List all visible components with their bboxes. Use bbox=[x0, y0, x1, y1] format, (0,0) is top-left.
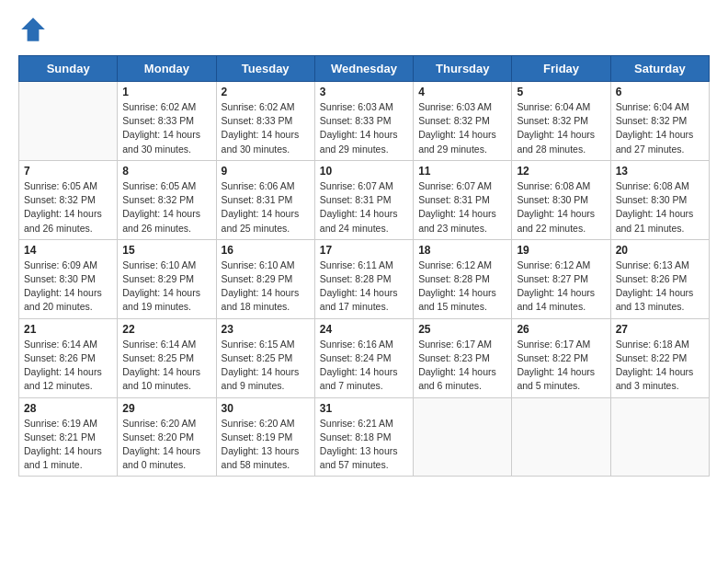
logo-icon bbox=[18, 15, 48, 44]
calendar-cell: 5Sunrise: 6:04 AM Sunset: 8:32 PM Daylig… bbox=[512, 82, 610, 161]
day-info: Sunrise: 6:09 AM Sunset: 8:30 PM Dayligh… bbox=[24, 259, 112, 315]
day-number: 11 bbox=[418, 165, 506, 178]
day-info: Sunrise: 6:18 AM Sunset: 8:22 PM Dayligh… bbox=[616, 338, 704, 394]
day-info: Sunrise: 6:19 AM Sunset: 8:21 PM Dayligh… bbox=[24, 417, 112, 473]
day-number: 2 bbox=[222, 86, 310, 98]
calendar-cell bbox=[19, 82, 118, 161]
day-number: 12 bbox=[517, 165, 605, 178]
day-info: Sunrise: 6:11 AM Sunset: 8:28 PM Dayligh… bbox=[320, 259, 408, 315]
calendar-cell: 24Sunrise: 6:16 AM Sunset: 8:24 PM Dayli… bbox=[314, 318, 413, 397]
calendar-cell bbox=[512, 397, 610, 477]
day-number: 7 bbox=[24, 165, 112, 178]
day-number: 8 bbox=[122, 165, 210, 178]
day-number: 26 bbox=[517, 323, 605, 336]
calendar-cell: 13Sunrise: 6:08 AM Sunset: 8:30 PM Dayli… bbox=[610, 160, 709, 239]
calendar-header-friday: Friday bbox=[512, 56, 610, 82]
day-number: 27 bbox=[616, 323, 704, 336]
day-number: 13 bbox=[616, 165, 704, 178]
calendar-cell: 20Sunrise: 6:13 AM Sunset: 8:26 PM Dayli… bbox=[610, 239, 709, 318]
calendar-cell: 23Sunrise: 6:15 AM Sunset: 8:25 PM Dayli… bbox=[216, 318, 314, 397]
day-info: Sunrise: 6:04 AM Sunset: 8:32 PM Dayligh… bbox=[517, 100, 605, 156]
day-info: Sunrise: 6:05 AM Sunset: 8:32 PM Dayligh… bbox=[122, 179, 210, 236]
calendar-cell: 26Sunrise: 6:17 AM Sunset: 8:22 PM Dayli… bbox=[512, 318, 610, 397]
calendar-cell: 12Sunrise: 6:08 AM Sunset: 8:30 PM Dayli… bbox=[512, 160, 610, 239]
calendar-cell: 14Sunrise: 6:09 AM Sunset: 8:30 PM Dayli… bbox=[19, 239, 118, 318]
day-info: Sunrise: 6:16 AM Sunset: 8:24 PM Dayligh… bbox=[320, 338, 408, 394]
day-number: 1 bbox=[122, 86, 210, 98]
calendar-cell: 15Sunrise: 6:10 AM Sunset: 8:29 PM Dayli… bbox=[118, 239, 216, 318]
calendar-cell bbox=[610, 397, 709, 477]
day-info: Sunrise: 6:13 AM Sunset: 8:26 PM Dayligh… bbox=[616, 259, 704, 315]
day-info: Sunrise: 6:02 AM Sunset: 8:33 PM Dayligh… bbox=[222, 100, 310, 156]
calendar-week-row: 21Sunrise: 6:14 AM Sunset: 8:26 PM Dayli… bbox=[19, 318, 710, 397]
calendar-cell: 6Sunrise: 6:04 AM Sunset: 8:32 PM Daylig… bbox=[610, 82, 709, 161]
calendar-cell: 22Sunrise: 6:14 AM Sunset: 8:25 PM Dayli… bbox=[118, 318, 216, 397]
day-info: Sunrise: 6:12 AM Sunset: 8:27 PM Dayligh… bbox=[517, 259, 605, 315]
calendar-cell: 29Sunrise: 6:20 AM Sunset: 8:20 PM Dayli… bbox=[118, 397, 216, 477]
calendar-cell: 4Sunrise: 6:03 AM Sunset: 8:32 PM Daylig… bbox=[414, 82, 512, 161]
calendar-cell: 1Sunrise: 6:02 AM Sunset: 8:33 PM Daylig… bbox=[118, 82, 216, 161]
calendar-header-monday: Monday bbox=[118, 56, 216, 82]
day-info: Sunrise: 6:06 AM Sunset: 8:31 PM Dayligh… bbox=[222, 179, 310, 236]
calendar-header-thursday: Thursday bbox=[414, 56, 512, 82]
day-info: Sunrise: 6:05 AM Sunset: 8:32 PM Dayligh… bbox=[24, 179, 112, 236]
calendar-header-row: SundayMondayTuesdayWednesdayThursdayFrid… bbox=[19, 56, 710, 82]
calendar-header-tuesday: Tuesday bbox=[216, 56, 314, 82]
day-info: Sunrise: 6:17 AM Sunset: 8:22 PM Dayligh… bbox=[517, 338, 605, 394]
day-number: 31 bbox=[320, 402, 408, 415]
day-number: 9 bbox=[222, 165, 310, 178]
day-number: 14 bbox=[24, 244, 112, 257]
calendar-cell: 9Sunrise: 6:06 AM Sunset: 8:31 PM Daylig… bbox=[216, 160, 314, 239]
day-info: Sunrise: 6:03 AM Sunset: 8:33 PM Dayligh… bbox=[320, 100, 408, 156]
day-number: 30 bbox=[222, 402, 310, 415]
day-info: Sunrise: 6:17 AM Sunset: 8:23 PM Dayligh… bbox=[418, 338, 506, 394]
calendar-cell: 18Sunrise: 6:12 AM Sunset: 8:28 PM Dayli… bbox=[414, 239, 512, 318]
day-number: 18 bbox=[418, 244, 506, 257]
day-number: 17 bbox=[320, 244, 408, 257]
svg-marker-0 bbox=[21, 17, 45, 41]
day-number: 3 bbox=[320, 86, 408, 98]
day-number: 5 bbox=[517, 86, 605, 98]
calendar-cell: 17Sunrise: 6:11 AM Sunset: 8:28 PM Dayli… bbox=[314, 239, 413, 318]
day-number: 28 bbox=[24, 402, 112, 415]
calendar-cell: 7Sunrise: 6:05 AM Sunset: 8:32 PM Daylig… bbox=[19, 160, 118, 239]
calendar-cell bbox=[414, 397, 512, 477]
calendar-header-sunday: Sunday bbox=[19, 56, 118, 82]
logo bbox=[18, 15, 51, 44]
day-number: 22 bbox=[122, 323, 210, 336]
calendar-cell: 19Sunrise: 6:12 AM Sunset: 8:27 PM Dayli… bbox=[512, 239, 610, 318]
day-info: Sunrise: 6:08 AM Sunset: 8:30 PM Dayligh… bbox=[616, 179, 704, 236]
calendar-cell: 31Sunrise: 6:21 AM Sunset: 8:18 PM Dayli… bbox=[314, 397, 413, 477]
calendar-cell: 8Sunrise: 6:05 AM Sunset: 8:32 PM Daylig… bbox=[118, 160, 216, 239]
calendar-cell: 21Sunrise: 6:14 AM Sunset: 8:26 PM Dayli… bbox=[19, 318, 118, 397]
day-info: Sunrise: 6:02 AM Sunset: 8:33 PM Dayligh… bbox=[122, 100, 210, 156]
day-number: 15 bbox=[122, 244, 210, 257]
day-number: 24 bbox=[320, 323, 408, 336]
day-info: Sunrise: 6:10 AM Sunset: 8:29 PM Dayligh… bbox=[122, 259, 210, 315]
calendar-cell: 25Sunrise: 6:17 AM Sunset: 8:23 PM Dayli… bbox=[414, 318, 512, 397]
day-number: 20 bbox=[616, 244, 704, 257]
calendar-cell: 27Sunrise: 6:18 AM Sunset: 8:22 PM Dayli… bbox=[610, 318, 709, 397]
calendar-cell: 28Sunrise: 6:19 AM Sunset: 8:21 PM Dayli… bbox=[19, 397, 118, 477]
day-number: 19 bbox=[517, 244, 605, 257]
day-number: 23 bbox=[222, 323, 310, 336]
day-number: 10 bbox=[320, 165, 408, 178]
calendar-week-row: 1Sunrise: 6:02 AM Sunset: 8:33 PM Daylig… bbox=[19, 82, 710, 161]
header bbox=[18, 15, 710, 44]
day-info: Sunrise: 6:08 AM Sunset: 8:30 PM Dayligh… bbox=[517, 179, 605, 236]
day-number: 4 bbox=[418, 86, 506, 98]
calendar-header-wednesday: Wednesday bbox=[314, 56, 413, 82]
calendar-week-row: 14Sunrise: 6:09 AM Sunset: 8:30 PM Dayli… bbox=[19, 239, 710, 318]
day-info: Sunrise: 6:20 AM Sunset: 8:19 PM Dayligh… bbox=[222, 417, 310, 473]
day-info: Sunrise: 6:04 AM Sunset: 8:32 PM Dayligh… bbox=[616, 100, 704, 156]
day-number: 21 bbox=[24, 323, 112, 336]
calendar-header-saturday: Saturday bbox=[610, 56, 709, 82]
calendar-cell: 3Sunrise: 6:03 AM Sunset: 8:33 PM Daylig… bbox=[314, 82, 413, 161]
calendar-cell: 10Sunrise: 6:07 AM Sunset: 8:31 PM Dayli… bbox=[314, 160, 413, 239]
day-number: 6 bbox=[616, 86, 704, 98]
calendar-cell: 2Sunrise: 6:02 AM Sunset: 8:33 PM Daylig… bbox=[216, 82, 314, 161]
calendar: SundayMondayTuesdayWednesdayThursdayFrid… bbox=[18, 55, 710, 477]
calendar-week-row: 7Sunrise: 6:05 AM Sunset: 8:32 PM Daylig… bbox=[19, 160, 710, 239]
day-info: Sunrise: 6:21 AM Sunset: 8:18 PM Dayligh… bbox=[320, 417, 408, 473]
calendar-cell: 30Sunrise: 6:20 AM Sunset: 8:19 PM Dayli… bbox=[216, 397, 314, 477]
